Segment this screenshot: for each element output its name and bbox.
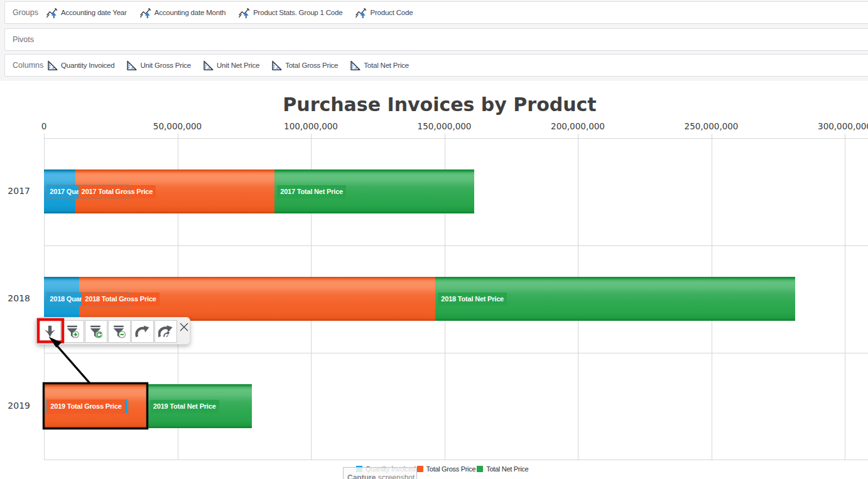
bar-label-2019-total-gross-price: 2019 Total Gross Price [47,400,124,413]
bar-label-2018-total-gross-price: 2018 Total Gross Price [82,293,159,306]
x-axis-tick-label: 50,000,000 [153,121,202,131]
bar-label-2018-total-net-price: 2018 Total Net Price [438,293,507,306]
x-axis-tick-label: 150,000,000 [418,121,472,131]
drill-button-drill-down-arrow[interactable] [38,320,61,343]
bar-label-2019-total-net-price: 2019 Total Net Price [150,400,219,413]
legend-item-total-gross-price[interactable]: Total Gross Price [417,465,476,473]
x-axis-tick-gridline [845,134,845,460]
legend-swatch [477,466,483,472]
legend-label: Total Gross Price [426,465,476,473]
x-axis-tick-label: 300,000,000 [818,121,868,131]
drill-down-icon [43,325,57,339]
y-axis-category-label: 2018 [5,293,30,303]
bar-label-2017-total-net-price: 2017 Total Net Price [277,185,346,198]
capture-tooltip-rest: screenshot. [376,473,416,479]
x-axis-tick-label: 200,000,000 [551,121,605,131]
filter-plus-icon [65,324,81,340]
chart-title: Purchase Invoices by Product [0,94,868,116]
x-axis-tick-label: 100,000,000 [284,121,338,131]
capture-screenshot-tooltip: Capture screenshot. [343,467,417,479]
x-axis-tick-label: 250,000,000 [685,121,739,131]
capture-tooltip-bold: Capture [347,473,376,479]
filter-minus-icon [112,324,127,340]
drill-button-filter-minus[interactable] [108,320,131,343]
drill-button-redo-arrow[interactable] [131,320,154,343]
filter-refresh-icon [89,324,104,340]
row-gridline [44,138,868,139]
chart-canvas: Purchase Invoices by Product 050,000,000… [0,0,868,479]
drill-button-filter-refresh[interactable] [85,320,107,343]
popup-close-button[interactable] [178,321,190,333]
drill-button-filter-plus[interactable] [62,320,84,343]
y-axis-category-label: 2017 [5,186,30,196]
bar-label-2017-total-gross-price: 2017 Total Gross Price [79,185,156,198]
x-axis-tick-label: 0 [41,121,47,131]
row-gridline [44,353,868,353]
drill-popup-toolbar [36,317,190,345]
legend-label: Total Net Price [486,465,528,473]
redo-icon [135,324,151,340]
close-icon [179,322,189,332]
legend-swatch [417,466,423,472]
drill-button-redo-all-arrow[interactable] [155,320,177,343]
row-gridline [44,245,868,246]
chart-legend: Quantity InvoicedTotal Gross PriceTotal … [8,465,868,473]
redo-all-icon [158,324,174,340]
legend-item-total-net-price[interactable]: Total Net Price [477,465,528,473]
row-gridline [44,460,868,460]
y-axis-category-label: 2019 [5,401,30,411]
drill-buttons [38,320,177,343]
